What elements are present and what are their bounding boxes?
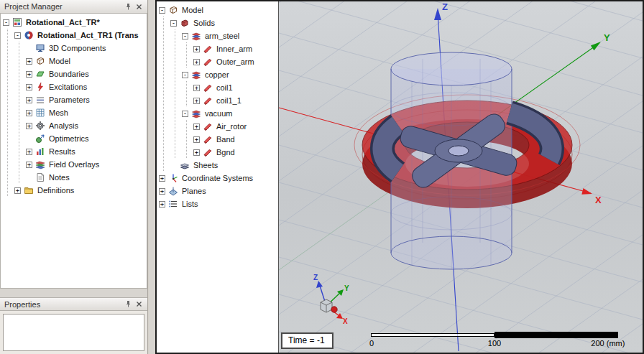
tree-item-air-rotor[interactable]: +Air_rotor [158, 120, 278, 133]
expand-plus-icon[interactable]: + [193, 46, 200, 52]
expand-plus-icon[interactable]: + [193, 124, 200, 130]
expand-plus-icon[interactable]: + [193, 85, 200, 91]
tree-item-optimetrics[interactable]: Optimetrics [2, 132, 147, 145]
notes-icon [35, 172, 45, 182]
solids-icon [180, 18, 190, 28]
part-icon [203, 83, 213, 93]
tree-item-results[interactable]: +Results [2, 145, 147, 158]
y-axis-label: Y [604, 32, 610, 43]
tree-item-vacuum[interactable]: -vacuum [158, 107, 278, 120]
model-icon [168, 5, 178, 15]
expand-plus-icon[interactable]: + [26, 123, 32, 129]
expand-plus-icon[interactable]: + [159, 175, 165, 182]
expand-plus-icon[interactable]: + [159, 201, 165, 208]
scale-bar-labels: 0 100 200 (mm) [371, 339, 618, 348]
tree-item-3d-components[interactable]: 3D Components [2, 42, 147, 55]
tree-item-sheets[interactable]: Sheets [158, 159, 278, 172]
scale-bar-ruler [371, 332, 618, 338]
collapse-minus-icon[interactable]: - [182, 33, 188, 39]
expand-plus-icon[interactable]: + [26, 162, 32, 168]
tree-item-coil1[interactable]: +coil1 [158, 81, 278, 94]
expand-plus-icon[interactable]: + [159, 188, 165, 195]
pin-icon[interactable] [123, 299, 134, 309]
scale-bar: 0 100 200 (mm) [371, 332, 618, 348]
properties-titlebar[interactable]: Properties [0, 297, 147, 311]
tree-item-band[interactable]: +Band [158, 133, 278, 146]
expand-plus-icon[interactable]: + [193, 149, 200, 156]
collapse-minus-icon[interactable]: - [3, 19, 9, 26]
project-manager-titlebar[interactable]: Project Manager [0, 0, 147, 14]
tree-item-lists[interactable]: +Lists [158, 197, 278, 210]
tree-indent-guide [170, 133, 181, 146]
tree-item-planes[interactable]: +Planes [158, 185, 278, 197]
tree-item-coordinate-systems[interactable]: +Coordinate Systems [158, 172, 278, 185]
tree-item-excitations[interactable]: +Excitations [2, 80, 147, 93]
tree-item-inner-arm[interactable]: +Inner_arm [158, 42, 278, 55]
tree-item-arm-steel[interactable]: -arm_steel [158, 29, 278, 42]
z-axis-arrowhead [434, 8, 441, 20]
expand-plus-icon[interactable]: + [26, 110, 32, 116]
components-icon [35, 43, 45, 53]
tree-item-label: Model [47, 57, 72, 65]
expand-plus-icon[interactable]: + [26, 149, 32, 155]
tree-item-analysis[interactable]: +Analysis [2, 119, 147, 132]
close-icon[interactable] [134, 299, 144, 309]
tree-item-copper[interactable]: -copper [158, 68, 278, 81]
expand-plus-icon[interactable]: + [193, 136, 200, 143]
close-icon[interactable] [134, 1, 144, 12]
tree-indent-guide [2, 29, 14, 42]
tree-indent-guide [181, 55, 193, 68]
shaft-hole [448, 146, 469, 156]
collapse-minus-icon[interactable]: - [182, 111, 188, 117]
tree-item-field-overlays[interactable]: +Field Overlays [2, 158, 147, 171]
tree-indent-guide [14, 106, 25, 119]
expand-plus-icon[interactable]: + [26, 71, 32, 78]
viewport-3d[interactable]: Z Y X Z Y X Time = -1 [279, 1, 643, 353]
pin-icon[interactable] [123, 1, 134, 12]
tree-item-notes[interactable]: Notes [2, 171, 147, 184]
expand-plus-icon[interactable]: + [193, 98, 200, 104]
expand-plus-icon[interactable]: + [193, 59, 200, 65]
tree-indent-guide [181, 146, 193, 159]
tree-item-rotational-act-tr1-trans[interactable]: -Rotational_Act_TR1 (Trans [2, 29, 147, 42]
tree-item-outer-arm[interactable]: +Outer_arm [158, 55, 278, 68]
tree-item-rotational-act-tr[interactable]: -Rotational_Act_TR* [2, 16, 147, 29]
tree-item-model[interactable]: -Model [158, 4, 278, 17]
tree-item-model[interactable]: +Model [2, 55, 147, 67]
tree-indent-guide [14, 119, 25, 132]
collapse-minus-icon[interactable]: - [159, 7, 165, 14]
tree-item-label: arm_steel [203, 32, 241, 40]
collapse-minus-icon[interactable]: - [170, 20, 177, 27]
overlays-icon [35, 159, 45, 169]
model-icon [35, 56, 45, 66]
tree-indent-guide [170, 42, 181, 55]
properties-content [0, 311, 147, 354]
dock-vertical-splitter[interactable] [149, 0, 155, 354]
expand-plus-icon[interactable]: + [26, 84, 32, 90]
tree-item-label: coil1_1 [215, 96, 243, 105]
scene-svg[interactable]: Z Y X Z Y X [279, 1, 643, 353]
tree-item-coil1-1[interactable]: +coil1_1 [158, 94, 278, 107]
tree-item-solids[interactable]: -Solids [158, 17, 278, 29]
part-icon [203, 147, 213, 157]
tree-indent-guide [181, 133, 193, 146]
tree-indent-guide [14, 55, 25, 67]
mesh-icon [35, 108, 45, 118]
expand-plus-icon[interactable]: + [26, 97, 32, 103]
tree-item-definitions[interactable]: +Definitions [2, 184, 147, 197]
tree-indent-guide [2, 184, 14, 197]
tree-item-bgnd[interactable]: +Bgnd [158, 146, 278, 159]
collapse-minus-icon[interactable]: - [182, 72, 188, 78]
expand-plus-icon[interactable]: + [26, 58, 32, 65]
tree-expand-spacer [170, 159, 180, 172]
tree-item-boundaries[interactable]: +Boundaries [2, 67, 147, 80]
dock-horizontal-splitter[interactable] [0, 289, 147, 297]
expand-plus-icon[interactable]: + [14, 187, 21, 194]
tree-item-mesh[interactable]: +Mesh [2, 106, 147, 119]
grid-line [279, 1, 643, 21]
project-manager-tree: -Rotational_Act_TR*-Rotational_Act_TR1 (… [0, 14, 147, 289]
tree-item-parameters[interactable]: +Parameters [2, 93, 147, 106]
tree-indent-guide [2, 145, 14, 158]
collapse-minus-icon[interactable]: - [14, 32, 21, 39]
tree-indent-guide [170, 29, 181, 42]
